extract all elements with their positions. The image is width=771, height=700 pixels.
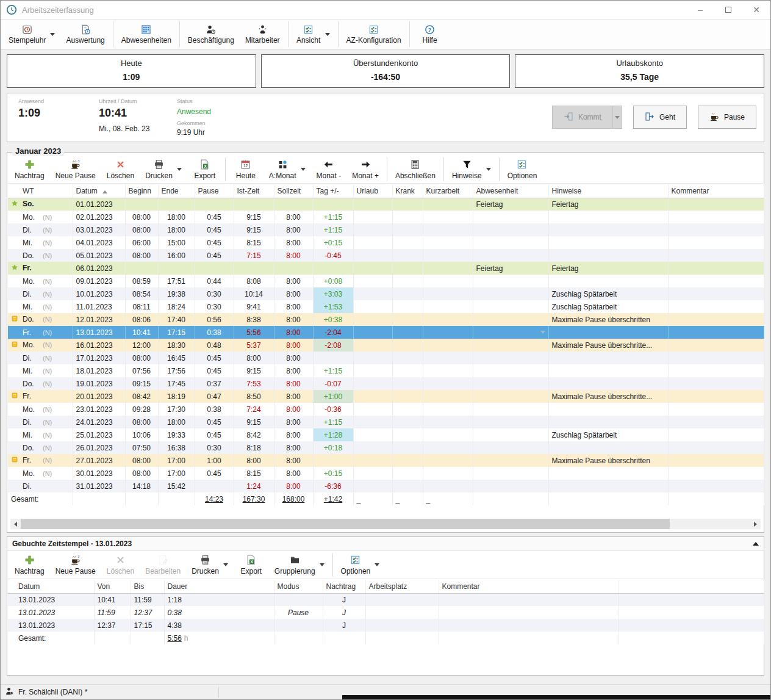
table-cell[interactable]: Fr.(N) (8, 454, 73, 467)
table-cell[interactable]: 05.01.2023 (73, 249, 125, 262)
table-cell[interactable]: 02.01.2023 (73, 211, 125, 223)
table-cell[interactable] (125, 198, 158, 211)
table-cell[interactable]: Feiertag (548, 262, 668, 275)
table-cell[interactable] (668, 313, 764, 326)
table-cell[interactable]: 8:00 (274, 287, 313, 300)
table-cell[interactable]: Mi.(N) (8, 364, 73, 377)
table-cell[interactable]: 18:30 (158, 339, 195, 352)
table-cell[interactable]: 7:53 (234, 377, 274, 390)
column-header[interactable]: WT (8, 184, 73, 198)
table-cell[interactable]: Fr. (8, 390, 73, 403)
table-cell[interactable]: Mo.(N) (8, 403, 73, 416)
column-header[interactable]: Abwesenheit (473, 184, 548, 198)
table-cell[interactable] (392, 223, 423, 236)
table-cell[interactable] (423, 454, 473, 467)
table-cell[interactable] (548, 275, 668, 287)
table-cell[interactable] (473, 416, 548, 428)
table-cell[interactable] (668, 236, 764, 249)
table-cell[interactable]: 16.01.2023 (73, 339, 125, 352)
minimize-button[interactable]: – (686, 1, 714, 19)
table-cell[interactable]: 0:30 (195, 441, 234, 454)
table-cell[interactable]: Di. (8, 480, 73, 493)
table-cell[interactable] (353, 211, 392, 223)
table-cell[interactable] (668, 441, 764, 454)
table-cell[interactable]: 24.01.2023 (73, 416, 125, 428)
table-cell[interactable]: +1:15 (313, 211, 353, 223)
beschaeftigung-button[interactable]: Beschäftigung (182, 20, 240, 49)
drucken-button[interactable]: Drucken (140, 156, 187, 183)
table-cell[interactable]: 1:18 (164, 593, 274, 606)
gruppierung-button[interactable]: Gruppierung (269, 551, 330, 579)
chevron-down-icon[interactable] (325, 33, 330, 36)
table-cell[interactable]: 0:38 (195, 326, 234, 339)
table-cell[interactable]: 17:00 (158, 454, 195, 467)
table-cell[interactable]: Mi.(N) (8, 300, 73, 313)
table-cell[interactable]: 08:00 (125, 223, 158, 236)
table-cell[interactable] (131, 632, 164, 644)
table-cell[interactable]: 8:00 (274, 480, 313, 493)
table-cell[interactable] (668, 416, 764, 428)
table-cell[interactable] (473, 287, 548, 300)
table-cell[interactable]: 9:15 (234, 223, 274, 236)
heute-button[interactable]: 12Heute (228, 156, 264, 183)
table-cell[interactable]: 12:37 (94, 619, 131, 632)
table-cell[interactable]: 19.01.2023 (73, 377, 125, 390)
table-cell[interactable] (158, 493, 195, 505)
table-cell[interactable]: 07:50 (125, 441, 158, 454)
column-header[interactable]: Pause (195, 184, 234, 198)
table-cell[interactable]: 0:45 (195, 249, 234, 262)
collapse-icon[interactable] (753, 542, 759, 546)
table-cell[interactable]: 08:00 (125, 416, 158, 428)
table-cell[interactable] (548, 211, 668, 223)
table-cell[interactable]: 17:30 (158, 403, 195, 416)
table-cell[interactable]: +0:15 (313, 467, 353, 480)
table-cell[interactable] (668, 390, 764, 403)
table-cell[interactable]: 03.01.2023 (73, 223, 125, 236)
table-cell[interactable]: +0:15 (313, 236, 353, 249)
nachtrag-button[interactable]: Nachtrag (9, 551, 50, 579)
table-cell[interactable] (668, 300, 764, 313)
table-cell[interactable] (548, 236, 668, 249)
table-cell[interactable]: 167:30 (234, 493, 274, 505)
stempeluhr-button[interactable]: Stempeluhr (3, 20, 60, 49)
table-cell[interactable]: 0:30 (195, 287, 234, 300)
az-konfiguration-button[interactable]: AZ-Konfiguration (341, 20, 407, 49)
table-cell[interactable]: 08:00 (125, 454, 158, 467)
table-cell[interactable]: 0:47 (195, 390, 234, 403)
table-cell[interactable]: 5:37 (234, 339, 274, 352)
table-cell[interactable]: 08:00 (125, 467, 158, 480)
table-cell[interactable]: 08:00 (125, 249, 158, 262)
table-cell[interactable]: +1:15 (313, 416, 353, 428)
table-cell[interactable]: 11:59 (131, 593, 164, 606)
table-cell[interactable]: 08:54 (125, 287, 158, 300)
table-cell[interactable] (423, 198, 473, 211)
table-cell[interactable]: Pause (274, 606, 323, 619)
table-cell[interactable]: 8:18 (234, 441, 274, 454)
table-cell[interactable]: Zuschlag Spätarbeit (548, 428, 668, 441)
table-cell[interactable]: 12.01.2023 (73, 313, 125, 326)
table-cell[interactable] (668, 454, 764, 467)
table-cell[interactable] (392, 441, 423, 454)
table-cell[interactable] (392, 352, 423, 364)
table-cell[interactable] (392, 326, 423, 339)
table-cell[interactable] (353, 287, 392, 300)
table-cell[interactable] (473, 275, 548, 287)
table-cell[interactable]: 06:00 (125, 236, 158, 249)
table-cell[interactable]: -0:45 (313, 249, 353, 262)
hinweise-button[interactable]: Hinweise (446, 156, 497, 183)
table-cell[interactable] (668, 262, 764, 275)
table-cell[interactable] (423, 441, 473, 454)
table-cell[interactable] (392, 416, 423, 428)
table-cell[interactable]: 09:28 (125, 403, 158, 416)
table-cell[interactable] (668, 249, 764, 262)
table-cell[interactable]: +0:38 (313, 313, 353, 326)
table-cell[interactable] (323, 632, 365, 644)
table-cell[interactable] (439, 632, 619, 644)
table-cell[interactable]: 8:15 (234, 236, 274, 249)
table-cell[interactable] (473, 377, 548, 390)
table-cell[interactable]: 0:45 (195, 223, 234, 236)
table-cell[interactable] (423, 428, 473, 441)
table-cell[interactable]: 0:38 (195, 403, 234, 416)
table-cell[interactable] (365, 593, 439, 606)
table-cell[interactable]: 13.01.2023 (73, 326, 125, 339)
